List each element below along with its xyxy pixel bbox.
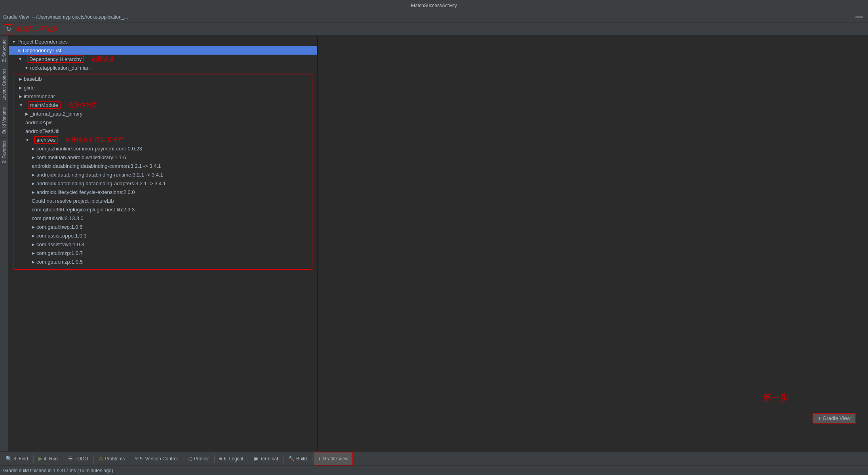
androidapis-label: androidApis (25, 120, 53, 125)
run-icon: ▶ (38, 456, 42, 462)
step1-annotation: 第一步 (763, 392, 789, 404)
mainmodule-label: mainModule (30, 102, 58, 108)
immersionbar-item[interactable]: ▶ immersionbar (14, 92, 312, 101)
archive-item-8[interactable]: com.getui:sdk:2.13.3.0 (14, 214, 312, 222)
refresh-button[interactable]: ↻ (3, 24, 13, 34)
gradle-view-btn-label[interactable]: Gradle View (822, 415, 851, 421)
androidtestutil-item[interactable]: androidTestUtil (14, 127, 312, 135)
divider-2 (63, 455, 63, 463)
arrow-right-ar12: ▶ (32, 251, 35, 255)
divider-1 (33, 455, 34, 463)
build-icon: 🔨 (288, 456, 295, 462)
arrow-right-ar0: ▶ (32, 146, 35, 151)
arrow-right-ar10: ▶ (32, 234, 35, 238)
arrow-down-icon: ▼ (12, 40, 16, 44)
run-button[interactable]: ▶ 4: Run (34, 452, 62, 466)
gradle-path: – /Users/mac/myprojects/rocketapplicatio… (32, 14, 128, 20)
dep-list-label: Dependency List (23, 48, 61, 53)
arrow-right-icon-aapt: ▶ (25, 112, 29, 116)
top-bar-title: MatchSuccessActivity (291, 3, 577, 8)
mainmodule-item[interactable]: ▼ mainModule 选择你的库 (14, 101, 312, 109)
project-deps-header[interactable]: ▼ Project Dependencies (9, 37, 317, 46)
logcat-label: 6: Logcat (224, 456, 243, 462)
status-bar: Gradle build finished in 1 s 317 ms (16 … (0, 466, 868, 475)
mainmodule-box: mainModule (28, 101, 61, 109)
terminal-button[interactable]: ▣ Terminal (250, 452, 282, 466)
logcat-button[interactable]: ≡ 6: Logcat (215, 452, 248, 466)
archive-item-11[interactable]: ▶ com.assist:vivo:1.0.3 (14, 240, 312, 249)
aapt2-item[interactable]: ▶ _internal_aapt2_binary (14, 109, 312, 118)
dep-hierarchy-item[interactable]: ▼ Dependency Hierarchy 选择该项 (9, 55, 317, 63)
glide-item[interactable]: ▶ glide (14, 83, 312, 92)
archive-label-7: com.qihoo360.replugin:replugin-host-lib:… (32, 207, 135, 213)
rocketapp-item[interactable]: ▼ rocketapplication_duimian (9, 63, 317, 72)
archives-box: archives (34, 136, 58, 144)
dep-hierarchy-label: Dependency Hierarchy (29, 56, 82, 62)
dep-list-item[interactable]: ▶ Dependency List (9, 46, 317, 55)
archive-label-3: androidx.databinding:databinding-runtime… (36, 172, 163, 178)
archive-item-10[interactable]: ▶ com.assist:oppo:1.0.3 (14, 231, 312, 240)
build-label: Build (296, 456, 307, 462)
side-panel-favorites[interactable]: 2: Favorites (0, 137, 8, 166)
archive-item-9[interactable]: ▶ com.getui:hwp:1.0.6 (14, 222, 312, 231)
baselib-item[interactable]: ▶ baseLib (14, 74, 312, 83)
terminal-icon: ▣ (254, 456, 259, 462)
dep-hierarchy-annotation: 选择该项 (91, 55, 115, 63)
archive-item-5[interactable]: ▶ androidx.lifecycle:lifecycle-extension… (14, 188, 312, 196)
build-button[interactable]: 🔨 Build (284, 452, 311, 466)
status-text: Gradle build finished in 1 s 317 ms (16 … (3, 468, 113, 473)
archive-item-1[interactable]: ▶ com.meituan.android.walle:library:1.1.… (14, 153, 312, 162)
profiler-button[interactable]: ◌ Profiler (184, 452, 213, 466)
side-panel-layout[interactable]: Layout Captures (0, 65, 8, 104)
archive-label-2: androidx.databinding:databinding-common:… (32, 163, 161, 169)
vc-label: 9: Version Control (140, 456, 177, 462)
archive-item-4[interactable]: ▶ androidx.databinding:databinding-adapt… (14, 179, 312, 188)
archive-label-4: androidx.databinding:databinding-adapter… (36, 180, 166, 186)
vc-icon: ⑂ (135, 456, 138, 462)
side-panels: Z: Structure Layout Captures Build Varia… (0, 36, 9, 451)
arrow-right-icon-imm: ▶ (19, 94, 22, 99)
archive-label-10: com.assist:oppo:1.0.3 (36, 233, 86, 239)
problems-icon: ⚠ (99, 456, 103, 462)
archive-item-7[interactable]: com.qihoo360.replugin:replugin-host-lib:… (14, 205, 312, 214)
archive-item-3[interactable]: ▶ androidx.databinding:databinding-runti… (14, 170, 312, 179)
archive-item-2[interactable]: androidx.databinding:databinding-common:… (14, 162, 312, 170)
gradle-view-btn-annotation: + Gradle View (813, 413, 856, 424)
archive-label-12: com.getui:mzp:1.0.7 (36, 250, 83, 256)
profiler-label: Profiler (194, 456, 209, 462)
library-content-box: ▶ baseLib ▶ glide ▶ immersionbar ▼ mainM… (13, 74, 312, 270)
divider-7 (249, 455, 249, 463)
project-deps-label: Project Dependencies (17, 39, 68, 45)
divider-5 (183, 455, 183, 463)
archives-item[interactable]: ▼ archives 展开能看到库以及子库 (14, 135, 312, 144)
glide-label: glide (24, 85, 34, 91)
gradle-header: Gradle View – /Users/mac/myprojects/rock… (0, 11, 868, 23)
run-label: 4: Run (44, 456, 58, 462)
arrow-right-ar9: ▶ (32, 225, 35, 229)
find-button[interactable]: 🔍 3: Find (2, 452, 32, 466)
side-panel-structure[interactable]: Z: Structure (0, 36, 8, 65)
gradle-view-button[interactable]: + Gradle View (313, 452, 353, 466)
problems-label: Problems (105, 456, 125, 462)
archives-label: archives (36, 137, 55, 143)
androidtestutil-label: androidTestUtil (25, 128, 59, 134)
archives-annotation: 展开能看到库以及子库 (65, 136, 124, 144)
arrow-right-icon-glide: ▶ (19, 86, 22, 90)
profiler-icon: ◌ (188, 456, 192, 462)
immersionbar-label: immersionbar (24, 93, 55, 99)
archive-item-12[interactable]: ▶ com.getui:mzp:1.0.7 (14, 249, 312, 257)
androidapis-item[interactable]: androidApis (14, 118, 312, 127)
archive-item-13[interactable]: ▶ com.getui:mzp:1.0.5 (14, 257, 312, 266)
archive-label-0: com.juzhionline:common-payment-core:0.0.… (36, 146, 142, 152)
arrow-right-icon-base: ▶ (19, 77, 22, 81)
divider-8 (283, 455, 284, 463)
archive-label-13: com.getui:mzp:1.0.5 (36, 259, 83, 265)
dep-hierarchy-box: Dependency Hierarchy (27, 55, 84, 63)
todo-button[interactable]: ☰ TODO (64, 452, 92, 466)
archive-label-8: com.getui:sdk:2.13.3.0 (32, 215, 84, 221)
problems-button[interactable]: ⚠ Problems (95, 452, 129, 466)
side-panel-build-variants[interactable]: Build Variants (0, 104, 8, 137)
version-control-button[interactable]: ⑂ 9: Version Control (131, 452, 182, 466)
archive-item-6[interactable]: Could not resolve project :pictureLib (14, 196, 312, 205)
archive-item-0[interactable]: ▶ com.juzhionline:common-payment-core:0.… (14, 144, 312, 153)
